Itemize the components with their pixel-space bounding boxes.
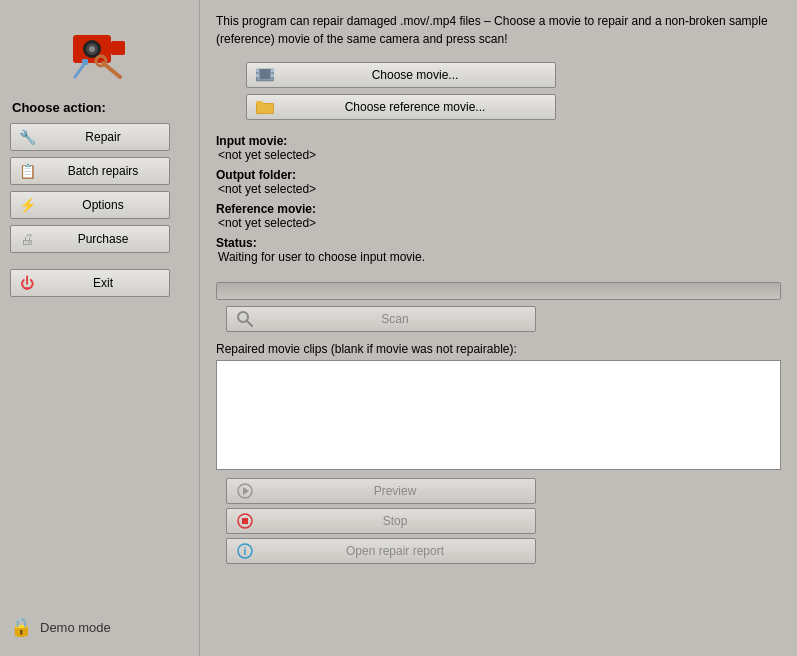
reference-movie-value: <not yet selected> (218, 216, 316, 230)
logo-area (10, 15, 189, 85)
purchase-button[interactable]: 🖨 Purchase (10, 225, 170, 253)
demo-mode-area: 🔒 Demo mode (10, 608, 111, 646)
input-movie-row: Input movie: <not yet selected> (216, 134, 781, 162)
choose-movie-label: Choose movie... (283, 68, 547, 82)
sidebar: Choose action: 🔧 Repair 📋 Batch repairs … (0, 0, 200, 656)
batch-repairs-button[interactable]: 📋 Batch repairs (10, 157, 170, 185)
svg-rect-14 (260, 69, 270, 79)
open-report-label: Open repair report (263, 544, 527, 558)
scan-button[interactable]: Scan (226, 306, 536, 332)
svg-line-19 (247, 321, 252, 326)
batch-icon: 📋 (17, 161, 37, 181)
input-movie-value: <not yet selected> (218, 148, 316, 162)
purchase-label: Purchase (43, 232, 163, 246)
description-text: This program can repair damaged .mov/.mp… (216, 12, 781, 48)
purchase-icon: 🖨 (17, 229, 37, 249)
reference-movie-label: Reference movie: (216, 202, 316, 216)
options-label: Options (43, 198, 163, 212)
scan-btn-row: Scan (226, 306, 781, 332)
choose-reference-label: Choose reference movie... (283, 100, 547, 114)
scan-label: Scan (263, 312, 527, 326)
film-icon (255, 65, 275, 85)
exit-label: Exit (43, 276, 163, 290)
power-icon: ⏻ (17, 273, 37, 293)
repaired-clips-label: Repaired movie clips (blank if movie was… (216, 342, 781, 356)
choose-action-label: Choose action: (12, 100, 106, 115)
output-folder-row: Output folder: <not yet selected> (216, 168, 781, 196)
choose-reference-row: Choose reference movie... (246, 94, 781, 120)
repaired-textarea[interactable] (216, 360, 781, 470)
exit-button[interactable]: ⏻ Exit (10, 269, 170, 297)
svg-rect-10 (256, 69, 259, 72)
stop-button[interactable]: Stop (226, 508, 536, 534)
reference-movie-row: Reference movie: <not yet selected> (216, 202, 781, 230)
svg-marker-21 (243, 487, 249, 495)
wrench-icon: 🔧 (17, 127, 37, 147)
repair-label: Repair (43, 130, 163, 144)
demo-mode-label: Demo mode (40, 620, 111, 635)
options-button[interactable]: ⚡ Options (10, 191, 170, 219)
progress-bar-container (216, 282, 781, 300)
svg-text:i: i (244, 546, 247, 557)
svg-rect-8 (82, 59, 88, 65)
search-icon (235, 309, 255, 329)
lightning-icon: ⚡ (17, 195, 37, 215)
svg-rect-1 (111, 41, 125, 55)
play-icon (235, 481, 255, 501)
lock-icon: 🔒 (10, 616, 32, 638)
choose-movie-button[interactable]: Choose movie... (246, 62, 556, 88)
repair-button[interactable]: 🔧 Repair (10, 123, 170, 151)
svg-rect-23 (242, 518, 248, 524)
preview-label: Preview (263, 484, 527, 498)
stop-icon (235, 511, 255, 531)
info-section: Input movie: <not yet selected> Output f… (216, 134, 781, 270)
choose-reference-button[interactable]: Choose reference movie... (246, 94, 556, 120)
open-report-button[interactable]: i Open repair report (226, 538, 536, 564)
folder-icon (255, 97, 275, 117)
status-label: Status: (216, 236, 257, 250)
choose-movie-row: Choose movie... (246, 62, 781, 88)
svg-rect-11 (256, 74, 259, 77)
stop-label: Stop (263, 514, 527, 528)
svg-point-4 (89, 46, 95, 52)
svg-rect-17 (257, 104, 273, 113)
output-folder-value: <not yet selected> (218, 182, 316, 196)
bottom-buttons: Preview Stop i Open repair report (226, 478, 781, 564)
input-movie-label: Input movie: (216, 134, 287, 148)
preview-button[interactable]: Preview (226, 478, 536, 504)
output-folder-label: Output folder: (216, 168, 296, 182)
main-content: This program can repair damaged .mov/.mp… (200, 0, 797, 656)
app-logo (65, 15, 135, 85)
batch-label: Batch repairs (43, 164, 163, 178)
status-row: Status: Waiting for user to choose input… (216, 236, 781, 264)
svg-rect-12 (271, 69, 274, 72)
svg-line-7 (75, 63, 85, 77)
status-value: Waiting for user to choose input movie. (218, 250, 425, 264)
svg-rect-13 (271, 74, 274, 77)
info-icon: i (235, 541, 255, 561)
